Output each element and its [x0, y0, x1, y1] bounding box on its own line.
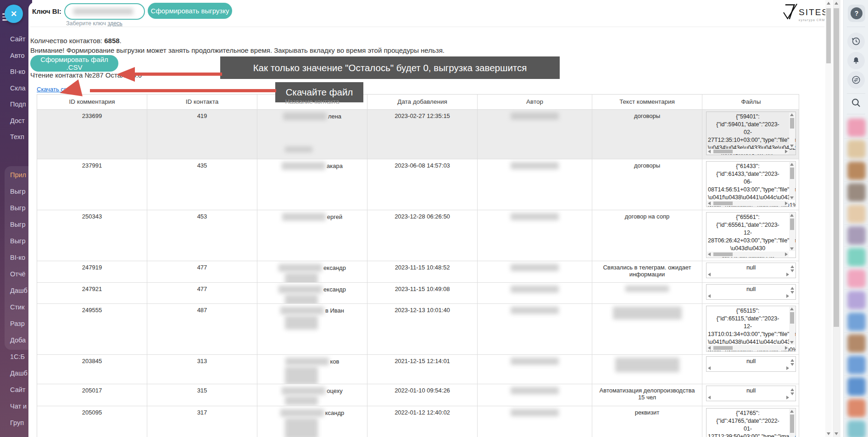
vertical-scrollbar[interactable]	[789, 409, 795, 437]
scroll-up-icon[interactable]	[790, 214, 794, 217]
scroll-up-icon[interactable]	[790, 163, 794, 166]
avatar[interactable]	[847, 140, 866, 158]
scroll-right-icon[interactable]	[786, 366, 789, 370]
vertical-scrollbar[interactable]	[789, 112, 795, 148]
files-null-box[interactable]: null	[706, 386, 796, 401]
avatar[interactable]	[847, 334, 866, 353]
files-json-box[interactable]: {"61433":{"id":61433,"date":"2023-06-08T…	[706, 161, 796, 207]
scroll-right-icon[interactable]	[786, 273, 789, 276]
avatar[interactable]	[847, 162, 866, 180]
spinner-up-icon[interactable]	[790, 359, 794, 362]
inner-scrollbar[interactable]	[825, 0, 832, 437]
scroll-left-icon[interactable]	[708, 202, 711, 205]
scroll-right-icon[interactable]	[785, 346, 788, 350]
vertical-scrollbar[interactable]	[789, 307, 795, 345]
scroll-up-icon[interactable]	[790, 410, 794, 413]
notifications-button[interactable]	[847, 52, 865, 69]
spinner-down-icon[interactable]	[790, 291, 794, 294]
scroll-down-icon[interactable]	[790, 247, 794, 250]
scrollbar-thumb[interactable]	[826, 8, 831, 63]
scroll-up-icon[interactable]	[827, 2, 830, 5]
comment-text: Связались в телеграм. ожидает информации	[597, 261, 698, 278]
outer-scrollbar[interactable]	[833, 0, 840, 437]
scrollbar-thumb[interactable]	[834, 8, 839, 327]
key-hint-link[interactable]: здесь	[107, 20, 122, 27]
scroll-left-icon[interactable]	[708, 252, 711, 256]
scrollbar-thumb[interactable]	[790, 218, 794, 230]
scrollbar-thumb[interactable]	[790, 118, 794, 129]
avatar[interactable]	[847, 226, 866, 245]
scroll-right-icon[interactable]	[785, 252, 788, 256]
scroll-down-icon[interactable]	[790, 145, 794, 147]
scrollbar-thumb[interactable]	[790, 415, 794, 433]
scroll-left-icon[interactable]	[708, 294, 711, 298]
scroll-right-icon[interactable]	[785, 202, 788, 205]
scroll-left-icon[interactable]	[708, 273, 711, 276]
cell-date-added: 2023-02-27 12:35:15	[367, 110, 478, 159]
scroll-left-icon[interactable]	[708, 346, 711, 350]
avatar[interactable]	[847, 183, 866, 202]
files-json-box[interactable]: {"65115":{"id":65115,"date":"2023-12-13T…	[706, 306, 796, 352]
scroll-up-icon[interactable]	[790, 113, 794, 116]
contacts-count-value: 6858	[104, 37, 119, 45]
generate-export-button[interactable]: Сформировать выгрузку	[148, 3, 232, 19]
avatar[interactable]	[847, 313, 866, 331]
files-null-box[interactable]: null	[706, 356, 796, 372]
spinner-down-icon[interactable]	[790, 269, 794, 272]
scroll-down-icon[interactable]	[827, 432, 830, 435]
cell-files: null	[702, 355, 800, 384]
files-json-box[interactable]: {"41765":{"id":41765,"date":"2022-01-12T…	[706, 408, 796, 437]
files-json-box[interactable]: {"65561":{"id":65561,"date":"2023-12-28T…	[706, 212, 796, 258]
scrollbar-thumb[interactable]	[790, 312, 794, 324]
redacted-key-value	[73, 8, 133, 15]
avatar[interactable]	[847, 205, 866, 223]
scrollbar-thumb[interactable]	[713, 346, 733, 350]
spinner-up-icon[interactable]	[790, 265, 794, 268]
avatar[interactable]	[847, 291, 866, 309]
scrollbar-thumb[interactable]	[713, 252, 733, 256]
scroll-left-icon[interactable]	[708, 366, 711, 370]
scroll-right-icon[interactable]	[785, 150, 788, 153]
spinner-up-icon[interactable]	[790, 388, 794, 391]
scroll-down-icon[interactable]	[835, 432, 838, 435]
avatar[interactable]	[847, 377, 866, 396]
horizontal-scrollbar[interactable]	[707, 345, 789, 351]
close-panel-button[interactable]: ✕	[5, 5, 23, 23]
avatar[interactable]	[847, 269, 866, 288]
history-button[interactable]	[847, 33, 865, 50]
vertical-scrollbar[interactable]	[789, 213, 795, 251]
scroll-right-icon[interactable]	[786, 294, 789, 298]
avatar[interactable]	[847, 118, 866, 137]
generate-csv-button[interactable]: Сформировать файл .CSV	[30, 55, 118, 72]
avatar[interactable]	[847, 420, 866, 437]
scroll-left-icon[interactable]	[708, 396, 711, 399]
files-null-box[interactable]: null	[706, 263, 796, 278]
scroll-right-icon[interactable]	[786, 396, 789, 399]
avatar[interactable]	[847, 248, 866, 266]
horizontal-scrollbar[interactable]	[707, 149, 789, 154]
table-row: 233699419лена2023-02-27 12:35:15договоры…	[37, 109, 799, 159]
scroll-up-icon[interactable]	[790, 308, 794, 310]
horizontal-scrollbar[interactable]	[707, 252, 789, 257]
avatar-divider	[844, 397, 868, 398]
scroll-up-icon[interactable]	[835, 2, 838, 5]
scroll-down-icon[interactable]	[790, 341, 794, 344]
files-json-box[interactable]: {"59401":{"id":59401,"date":"2023-02-27T…	[706, 112, 796, 155]
avatar[interactable]	[847, 399, 866, 417]
scrollbar-thumb[interactable]	[713, 150, 733, 153]
scroll-left-icon[interactable]	[708, 150, 711, 153]
spinner-up-icon[interactable]	[790, 287, 794, 290]
scrollbar-thumb[interactable]	[713, 202, 733, 205]
spinner-down-icon[interactable]	[790, 392, 794, 395]
horizontal-scrollbar[interactable]	[707, 201, 789, 206]
search-button[interactable]	[850, 97, 862, 111]
scrollbar-thumb[interactable]	[790, 168, 794, 179]
bi-key-input[interactable]	[64, 3, 145, 20]
files-null-box[interactable]: null	[706, 284, 796, 300]
scroll-down-icon[interactable]	[790, 196, 794, 199]
vertical-scrollbar[interactable]	[789, 162, 795, 200]
avatar[interactable]	[847, 356, 866, 374]
dialogs-button[interactable]	[847, 71, 865, 89]
spinner-down-icon[interactable]	[790, 363, 794, 366]
help-button[interactable]: ?	[848, 5, 865, 22]
